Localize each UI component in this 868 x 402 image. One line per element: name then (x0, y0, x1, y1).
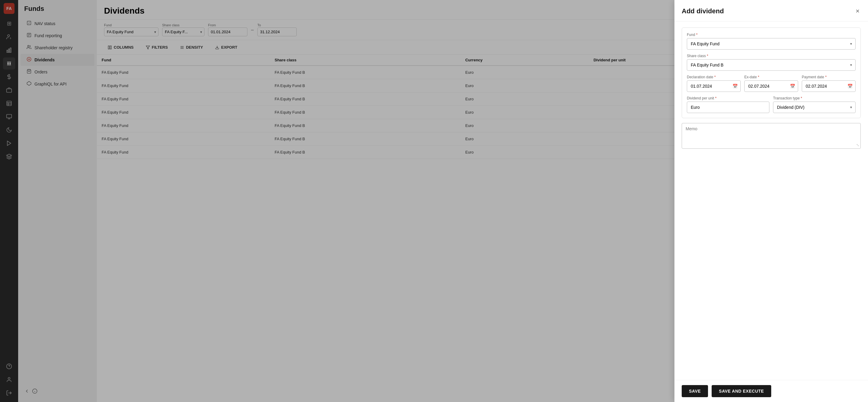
date-fields-row: Declaration date * 📅 Ex-date * 📅 (687, 75, 856, 92)
add-dividend-modal: Add dividend × Fund * FA Equity Fund Sha… (675, 0, 868, 402)
dividend-per-unit-label: Dividend per unit * (687, 96, 769, 100)
transaction-type-label: Transaction type * (773, 96, 856, 100)
share-class-field: Share class * FA Equity Fund B (687, 54, 856, 71)
ex-date-wrap: 📅 (744, 80, 798, 92)
dividend-transaction-row: Dividend per unit * Transaction type * D… (687, 96, 856, 113)
fund-field-label: Fund * (687, 33, 856, 37)
modal-share-class-select[interactable]: FA Equity Fund B (687, 59, 856, 71)
modal-close-button[interactable]: × (855, 6, 861, 16)
declaration-date-calendar-icon[interactable]: 📅 (733, 84, 738, 89)
fund-section: Fund * FA Equity Fund Share class * FA E… (682, 28, 861, 118)
share-class-select-container: FA Equity Fund B (687, 59, 856, 71)
transaction-type-select[interactable]: Dividend (DIV) (773, 102, 856, 113)
transaction-type-select-wrap: Dividend (DIV) (773, 102, 856, 113)
ex-date-calendar-icon[interactable]: 📅 (790, 84, 795, 89)
memo-field: ⤡ (682, 123, 861, 149)
modal-header: Add dividend × (675, 0, 868, 22)
dividend-per-unit-input[interactable] (687, 102, 769, 113)
modal-fund-select[interactable]: FA Equity Fund (687, 38, 856, 49)
payment-date-label: Payment date * (802, 75, 856, 79)
modal-title: Add dividend (682, 7, 724, 15)
fund-field: Fund * FA Equity Fund (687, 33, 856, 49)
modal-footer: SAVE SAVE AND EXECUTE (675, 380, 868, 402)
memo-textarea[interactable] (686, 126, 857, 144)
share-class-field-label: Share class * (687, 54, 856, 58)
payment-date-field: Payment date * 📅 (802, 75, 856, 92)
payment-date-wrap: 📅 (802, 80, 856, 92)
declaration-date-field: Declaration date * 📅 (687, 75, 741, 92)
save-and-execute-button[interactable]: SAVE AND EXECUTE (712, 385, 771, 397)
ex-date-field: Ex-date * 📅 (744, 75, 798, 92)
save-button[interactable]: SAVE (682, 385, 708, 397)
modal-body: Fund * FA Equity Fund Share class * FA E… (675, 22, 868, 380)
declaration-date-label: Declaration date * (687, 75, 741, 79)
payment-date-calendar-icon[interactable]: 📅 (847, 84, 852, 89)
fund-select-container: FA Equity Fund (687, 38, 856, 49)
memo-resize-handle[interactable]: ⤡ (856, 143, 859, 147)
dividend-per-unit-field: Dividend per unit * (687, 96, 769, 113)
declaration-date-wrap: 📅 (687, 80, 741, 92)
ex-date-label: Ex-date * (744, 75, 798, 79)
transaction-type-field: Transaction type * Dividend (DIV) (773, 96, 856, 113)
